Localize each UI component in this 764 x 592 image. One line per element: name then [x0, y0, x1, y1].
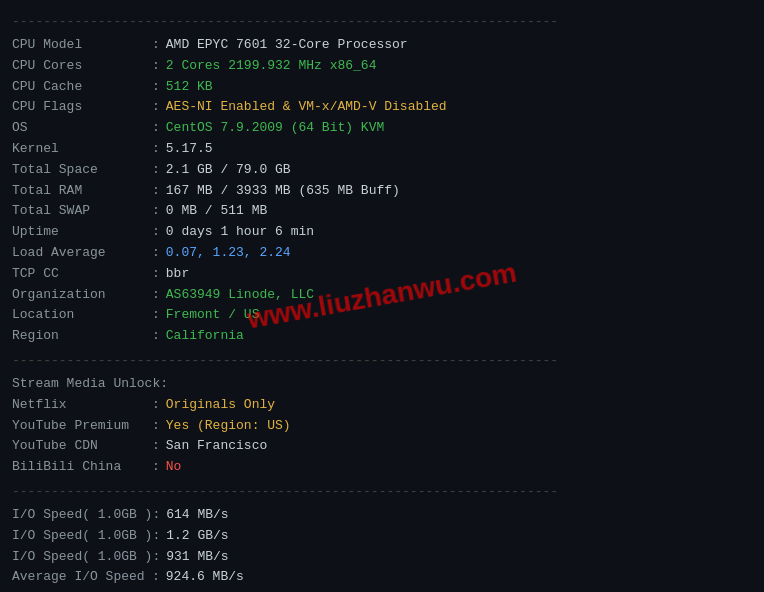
value-io-1: 614 MB/s [166, 505, 228, 526]
label-region: Region [12, 326, 152, 347]
row-os: OS : CentOS 7.9.2009 (64 Bit) KVM [12, 118, 752, 139]
label-cpu-cache: CPU Cache [12, 77, 152, 98]
row-total-ram: Total RAM : 167 MB / 3933 MB (635 MB Buf… [12, 181, 752, 202]
row-stream-title: Stream Media Unlock : [12, 374, 752, 395]
label-bilibili: BiliBili China [12, 457, 152, 478]
value-youtube-cdn: San Francisco [166, 436, 267, 457]
value-youtube-premium: Yes (Region: US) [166, 416, 291, 437]
row-cpu-cores: CPU Cores : 2 Cores 2199.932 MHz x86_64 [12, 56, 752, 77]
value-cpu-cores: 2 Cores 2199.932 MHz x86_64 [166, 56, 377, 77]
label-organization: Organization [12, 285, 152, 306]
row-bilibili: BiliBili China : No [12, 457, 752, 478]
terminal-output: ----------------------------------------… [12, 14, 752, 592]
divider-2: ----------------------------------------… [12, 353, 752, 368]
value-netflix: Originals Only [166, 395, 275, 416]
value-total-space: 2.1 GB / 79.0 GB [166, 160, 291, 181]
label-avg-io: Average I/O Speed [12, 567, 152, 588]
label-location: Location [12, 305, 152, 326]
value-location: Fremont / US [166, 305, 260, 326]
row-cpu-cache: CPU Cache : 512 KB [12, 77, 752, 98]
value-load-average: 0.07, 1.23, 2.24 [166, 243, 291, 264]
value-organization: AS63949 Linode, LLC [166, 285, 314, 306]
top-divider: ----------------------------------------… [12, 14, 752, 29]
value-io-3: 931 MB/s [166, 547, 228, 568]
divider-3: ----------------------------------------… [12, 484, 752, 499]
label-uptime: Uptime [12, 222, 152, 243]
label-total-ram: Total RAM [12, 181, 152, 202]
value-bilibili: No [166, 457, 182, 478]
value-cpu-cache: 512 KB [166, 77, 213, 98]
system-section: CPU Model : AMD EPYC 7601 32-Core Proces… [12, 35, 752, 347]
value-tcp-cc: bbr [166, 264, 189, 285]
label-youtube-premium: YouTube Premium [12, 416, 152, 437]
label-total-space: Total Space [12, 160, 152, 181]
value-total-swap: 0 MB / 511 MB [166, 201, 267, 222]
row-tcp-cc: TCP CC : bbr [12, 264, 752, 285]
label-cpu-model: CPU Model [12, 35, 152, 56]
label-total-swap: Total SWAP [12, 201, 152, 222]
value-cpu-flags: AES-NI Enabled & VM-x/AMD-V Disabled [166, 97, 447, 118]
label-stream-title: Stream Media Unlock [12, 374, 160, 395]
row-location: Location : Fremont / US [12, 305, 752, 326]
value-os: CentOS 7.9.2009 (64 Bit) KVM [166, 118, 384, 139]
value-avg-io: 924.6 MB/s [166, 567, 244, 588]
row-kernel: Kernel : 5.17.5 [12, 139, 752, 160]
label-os: OS [12, 118, 152, 139]
value-region: California [166, 326, 244, 347]
row-io-3: I/O Speed( 1.0GB ) : 931 MB/s [12, 547, 752, 568]
value-uptime: 0 days 1 hour 6 min [166, 222, 314, 243]
io-section: I/O Speed( 1.0GB ) : 614 MB/s I/O Speed(… [12, 505, 752, 588]
row-cpu-model: CPU Model : AMD EPYC 7601 32-Core Proces… [12, 35, 752, 56]
label-tcp-cc: TCP CC [12, 264, 152, 285]
label-cpu-flags: CPU Flags [12, 97, 152, 118]
stream-section: Stream Media Unlock : Netflix : Original… [12, 374, 752, 478]
row-youtube-premium: YouTube Premium : Yes (Region: US) [12, 416, 752, 437]
label-kernel: Kernel [12, 139, 152, 160]
label-youtube-cdn: YouTube CDN [12, 436, 152, 457]
value-kernel: 5.17.5 [166, 139, 213, 160]
row-total-space: Total Space : 2.1 GB / 79.0 GB [12, 160, 752, 181]
row-uptime: Uptime : 0 days 1 hour 6 min [12, 222, 752, 243]
label-cpu-cores: CPU Cores [12, 56, 152, 77]
row-avg-io: Average I/O Speed : 924.6 MB/s [12, 567, 752, 588]
value-cpu-model: AMD EPYC 7601 32-Core Processor [166, 35, 408, 56]
row-load-average: Load Average : 0.07, 1.23, 2.24 [12, 243, 752, 264]
row-youtube-cdn: YouTube CDN : San Francisco [12, 436, 752, 457]
row-region: Region : California [12, 326, 752, 347]
value-io-2: 1.2 GB/s [166, 526, 228, 547]
label-io-3: I/O Speed( 1.0GB ) [12, 547, 152, 568]
value-total-ram: 167 MB / 3933 MB (635 MB Buff) [166, 181, 400, 202]
label-load-average: Load Average [12, 243, 152, 264]
label-netflix: Netflix [12, 395, 152, 416]
row-netflix: Netflix : Originals Only [12, 395, 752, 416]
label-io-2: I/O Speed( 1.0GB ) [12, 526, 152, 547]
row-total-swap: Total SWAP : 0 MB / 511 MB [12, 201, 752, 222]
row-cpu-flags: CPU Flags : AES-NI Enabled & VM-x/AMD-V … [12, 97, 752, 118]
row-io-2: I/O Speed( 1.0GB ) : 1.2 GB/s [12, 526, 752, 547]
row-organization: Organization : AS63949 Linode, LLC [12, 285, 752, 306]
row-io-1: I/O Speed( 1.0GB ) : 614 MB/s [12, 505, 752, 526]
label-io-1: I/O Speed( 1.0GB ) [12, 505, 152, 526]
